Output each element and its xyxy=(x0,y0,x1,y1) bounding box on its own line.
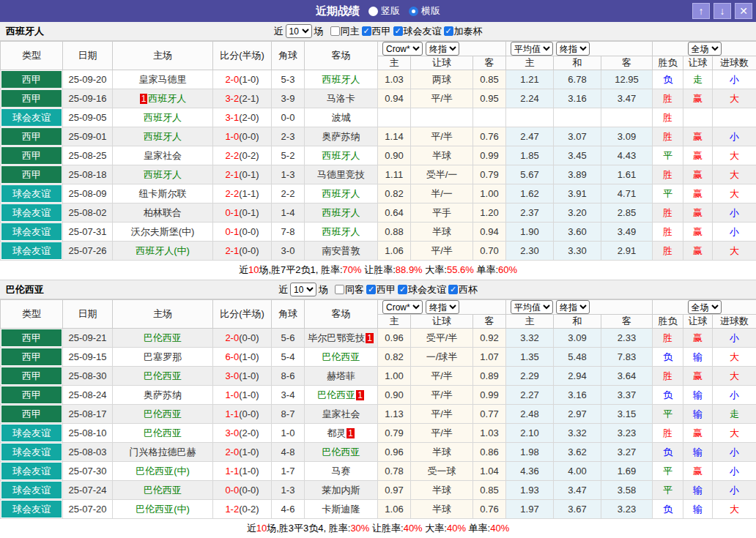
away-team[interactable]: 巴伦西亚1 xyxy=(305,386,378,405)
home-team-label[interactable]: 柏林联合 xyxy=(144,207,182,218)
checkbox-checked-icon[interactable]: ✓ xyxy=(398,285,407,294)
filter-checkbox-球会友谊[interactable]: ✓球会友谊 xyxy=(398,283,446,296)
away-team-label[interactable]: 西班牙人 xyxy=(322,188,360,199)
away-team-label[interactable]: 巴伦西亚 xyxy=(322,447,360,457)
home-team-label[interactable]: 巴伦西亚(中) xyxy=(136,504,190,515)
home-team-label[interactable]: 西班牙人 xyxy=(144,112,182,123)
away-team-label[interactable]: 巴伦西亚 xyxy=(322,351,360,362)
filter-checkbox-同主[interactable]: 同主 xyxy=(330,25,360,38)
home-team-label[interactable]: 西班牙人(中) xyxy=(136,245,190,256)
away-team-label[interactable]: 毕尔巴鄂竞技 xyxy=(308,332,365,343)
home-team[interactable]: 巴伦西亚 xyxy=(113,329,213,348)
home-team[interactable]: 巴伦西亚 xyxy=(113,405,213,424)
home-team-label[interactable]: 巴塞罗那 xyxy=(144,351,182,362)
home-team[interactable]: 纽卡斯尔联 xyxy=(113,184,213,203)
home-team-label[interactable]: 西班牙人 xyxy=(144,169,182,180)
away-team[interactable]: 西班牙人 xyxy=(305,146,378,165)
home-team[interactable]: 巴塞罗那 xyxy=(113,348,213,367)
odds-stage-select[interactable]: 终指 xyxy=(426,42,459,56)
checkbox-checked-icon[interactable]: ✓ xyxy=(448,285,458,294)
radio-unselected-icon[interactable] xyxy=(368,7,378,16)
home-team[interactable]: 门兴格拉德巴赫 xyxy=(113,443,213,462)
away-team-label[interactable]: 巴伦西亚 xyxy=(317,389,355,400)
away-team[interactable]: 皇家社会 xyxy=(305,405,378,424)
home-team-label[interactable]: 西班牙人 xyxy=(144,131,182,142)
layout-horizontal-radio[interactable]: 横版 xyxy=(409,4,440,18)
home-team[interactable]: 西班牙人 xyxy=(113,165,213,184)
away-team-label[interactable]: 西班牙人 xyxy=(322,150,360,161)
avg-stage-select[interactable]: 终指 xyxy=(556,42,590,56)
radio-selected-icon[interactable] xyxy=(409,7,418,16)
match-scope-select[interactable]: 全场 xyxy=(688,300,722,314)
recent-count-select[interactable]: 10 xyxy=(290,283,316,296)
away-team[interactable]: 莱加内斯 xyxy=(305,481,378,500)
home-team-label[interactable]: 巴伦西亚 xyxy=(144,408,182,419)
home-team[interactable]: 西班牙人 xyxy=(113,127,213,146)
odds-company-select[interactable]: Crow* xyxy=(382,42,423,56)
away-team[interactable]: 西班牙人 xyxy=(305,70,378,89)
away-team-label[interactable]: 赫塔菲 xyxy=(327,370,355,381)
home-team-label[interactable]: 沃尔夫斯堡(中) xyxy=(131,226,195,237)
home-team-label[interactable]: 巴伦西亚 xyxy=(144,370,182,381)
odds-company-select[interactable]: Crow* xyxy=(382,300,423,314)
odds-stage-select[interactable]: 终指 xyxy=(426,300,459,314)
home-team[interactable]: 巴伦西亚 xyxy=(113,424,213,443)
away-team[interactable]: 毕尔巴鄂竞技1 xyxy=(305,329,378,348)
move-down-button[interactable]: ↓ xyxy=(714,3,731,19)
away-team[interactable]: 巴伦西亚 xyxy=(305,348,378,367)
home-team-label[interactable]: 门兴格拉德巴赫 xyxy=(130,447,196,457)
home-team-label[interactable]: 皇家马德里 xyxy=(139,74,187,85)
away-team[interactable]: 西班牙人 xyxy=(305,203,378,223)
away-team-label[interactable]: 卡斯迪隆 xyxy=(322,504,360,515)
filter-checkbox-同客[interactable]: 同客 xyxy=(335,283,364,296)
away-team-label[interactable]: 莱加内斯 xyxy=(322,485,360,496)
away-team[interactable]: 西班牙人 xyxy=(305,184,378,203)
checkbox-checked-icon[interactable]: ✓ xyxy=(444,26,453,36)
checkbox-checked-icon[interactable]: ✓ xyxy=(362,26,371,36)
away-team-label[interactable]: 马德里竞技 xyxy=(317,169,365,180)
away-team-label[interactable]: 南安普敦 xyxy=(322,245,360,256)
home-team[interactable]: 巴伦西亚 xyxy=(113,481,213,500)
home-team-label[interactable]: 巴伦西亚 xyxy=(144,427,182,438)
home-team-label[interactable]: 奥萨苏纳 xyxy=(144,389,182,400)
away-team-label[interactable]: 奥萨苏纳 xyxy=(322,131,360,142)
home-team[interactable]: 1西班牙人 xyxy=(113,89,213,108)
filter-checkbox-加泰杯[interactable]: ✓加泰杯 xyxy=(444,25,483,38)
away-team-label[interactable]: 波城 xyxy=(332,112,351,123)
away-team-label[interactable]: 西班牙人 xyxy=(322,226,360,237)
home-team-label[interactable]: 皇家社会 xyxy=(144,150,182,161)
layout-vertical-radio[interactable]: 竖版 xyxy=(368,4,400,18)
away-team[interactable]: 马洛卡 xyxy=(305,89,378,108)
avg-odds-select[interactable]: 平均值 xyxy=(511,42,553,56)
filter-checkbox-西甲[interactable]: ✓西甲 xyxy=(362,25,391,38)
home-team[interactable]: 巴伦西亚 xyxy=(113,367,213,386)
home-team[interactable]: 西班牙人(中) xyxy=(113,242,213,261)
home-team[interactable]: 柏林联合 xyxy=(113,203,213,223)
away-team[interactable]: 马德里竞技 xyxy=(305,165,378,184)
away-team[interactable]: 西班牙人 xyxy=(305,223,378,242)
away-team[interactable]: 都灵1 xyxy=(305,424,378,443)
home-team[interactable]: 巴伦西亚(中) xyxy=(113,462,213,481)
recent-count-select[interactable]: 10 xyxy=(286,24,312,38)
away-team[interactable]: 赫塔菲 xyxy=(305,367,378,386)
away-team[interactable]: 波城 xyxy=(305,108,378,127)
match-scope-select[interactable]: 全场 xyxy=(688,42,722,56)
home-team[interactable]: 西班牙人 xyxy=(113,108,213,127)
checkbox-checked-icon[interactable]: ✓ xyxy=(393,26,403,36)
home-team[interactable]: 巴伦西亚(中) xyxy=(113,500,213,519)
away-team-label[interactable]: 西班牙人 xyxy=(322,207,360,218)
home-team[interactable]: 沃尔夫斯堡(中) xyxy=(113,223,213,242)
avg-odds-select[interactable]: 平均值 xyxy=(511,300,553,314)
away-team-label[interactable]: 马赛 xyxy=(332,466,351,477)
avg-stage-select[interactable]: 终指 xyxy=(556,300,590,314)
checkbox-unchecked-icon[interactable] xyxy=(330,26,340,36)
filter-checkbox-西杯[interactable]: ✓西杯 xyxy=(448,283,478,296)
away-team-label[interactable]: 马洛卡 xyxy=(327,93,355,104)
away-team[interactable]: 南安普敦 xyxy=(305,242,378,261)
checkbox-checked-icon[interactable]: ✓ xyxy=(366,285,376,294)
home-team-label[interactable]: 巴伦西亚 xyxy=(144,485,182,496)
home-team-label[interactable]: 西班牙人 xyxy=(148,93,186,104)
away-team[interactable]: 卡斯迪隆 xyxy=(305,500,378,519)
away-team[interactable]: 奥萨苏纳 xyxy=(305,127,378,146)
away-team-label[interactable]: 皇家社会 xyxy=(322,408,360,419)
